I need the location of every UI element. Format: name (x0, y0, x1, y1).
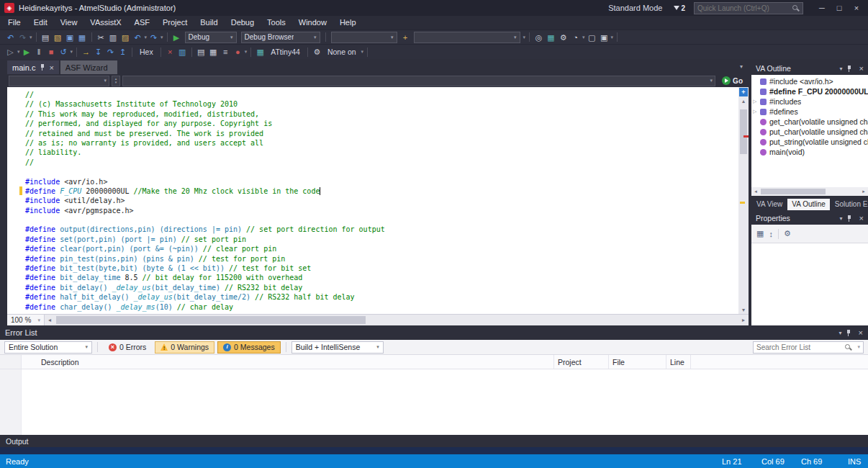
column-header-description[interactable]: Description (22, 355, 554, 369)
menu-debug[interactable]: Debug (225, 16, 261, 30)
code-line[interactable]: #include <avr/io.h> (7, 177, 738, 186)
device-settings-icon[interactable]: ⚙ (557, 31, 569, 44)
column-header-line[interactable]: Line (666, 355, 691, 369)
outline-item[interactable]: ▷#include <avr/io.h> (751, 76, 868, 86)
device-programming-icon[interactable]: ▦ (545, 31, 557, 44)
watch-window-icon[interactable]: ▤ (195, 45, 207, 58)
menu-view[interactable]: View (54, 16, 84, 30)
stopwatch-icon[interactable]: ◔ (569, 31, 582, 44)
code-line[interactable]: // performed, and displayed for any purp… (7, 119, 738, 128)
navigate-backward-icon[interactable]: ↶ (4, 31, 17, 44)
code-line[interactable]: #define output(directions,pin) (directio… (7, 225, 738, 234)
menu-project[interactable]: Project (156, 16, 194, 30)
maximize-button[interactable]: □ (831, 4, 848, 12)
window-position-icon[interactable]: ▾ (839, 330, 842, 336)
code-line[interactable]: #define bit_test(byte,bit) (byte & (1 <<… (7, 264, 738, 273)
chip-icon[interactable]: ▦ (254, 45, 266, 58)
zoom-dropdown[interactable]: 100 % ▾ (7, 315, 45, 325)
document-list-chevron-icon[interactable]: ▾ (734, 63, 749, 70)
scroll-down-icon[interactable]: ▾ (742, 306, 745, 314)
code-line[interactable] (7, 167, 738, 176)
dropdown-chevron-icon[interactable]: ▾ (361, 49, 364, 55)
hex-toggle-button[interactable]: Hex (135, 48, 158, 56)
reset-icon[interactable]: × (164, 45, 176, 58)
menu-help[interactable]: Help (333, 16, 363, 30)
menu-file[interactable]: File (1, 16, 27, 30)
selected-tool-button[interactable]: None on (323, 48, 361, 56)
scroll-left-icon[interactable]: ◂ (45, 315, 55, 325)
error-list-header[interactable]: Error List ▾ × (0, 325, 868, 340)
memory-window-icon[interactable]: ▦ (207, 45, 220, 58)
close-icon[interactable]: × (859, 328, 863, 337)
code-line[interactable]: // liability. (7, 148, 738, 157)
window-position-icon[interactable]: ▾ (840, 215, 843, 222)
va-outline-header[interactable]: VA Outline ▾ × (751, 62, 868, 75)
code-line[interactable]: // (7, 90, 738, 99)
outline-horizontal-scrollbar[interactable]: ◂ ▸ (751, 187, 868, 196)
code-line[interactable]: #define bit_delay() _delay_us(bit_delay_… (7, 283, 738, 292)
show-next-statement-icon[interactable]: → (80, 45, 92, 58)
pin-icon[interactable] (846, 65, 852, 73)
menu-edit[interactable]: Edit (27, 16, 54, 30)
panel-tab-va-outline[interactable]: VA Outline (787, 199, 830, 210)
debug-browser-combo[interactable]: Debug Browser▾ (241, 32, 320, 43)
scroll-up-icon[interactable]: ▴ (742, 97, 745, 105)
stop-debugging-icon[interactable]: ■ (45, 45, 58, 58)
dropdown-chevron-icon[interactable]: ▾ (161, 35, 163, 40)
properties-header[interactable]: Properties ▾ × (751, 212, 868, 225)
split-window-button[interactable]: + (739, 88, 748, 96)
attach-to-target-icon[interactable]: ▷ (4, 45, 17, 58)
scrollbar-thumb[interactable] (56, 316, 366, 324)
find-combo[interactable]: ▾ (414, 32, 520, 43)
scope-dropdown[interactable]: Entire Solution ▾ (4, 341, 92, 354)
wrench-icon[interactable]: ⚙ (784, 229, 791, 238)
go-button[interactable]: Go (718, 76, 747, 85)
navigate-forward-icon[interactable]: ↷ (17, 31, 29, 44)
code-line[interactable]: #define pin_test(pins,pin) (pins & pin) … (7, 254, 738, 264)
paste-icon[interactable]: ▨ (119, 31, 132, 44)
code-line[interactable]: #include <util/delay.h> (7, 196, 738, 205)
close-icon[interactable]: × (859, 64, 864, 73)
menu-window[interactable]: Window (292, 16, 333, 30)
code-line[interactable]: #define half_bit_delay() _delay_us(bit_d… (7, 292, 738, 302)
debug-tool-icon[interactable]: ⚙ (311, 45, 323, 58)
mode-label[interactable]: Standard Mode (608, 4, 662, 12)
expander-icon[interactable]: ▷ (753, 99, 759, 104)
break-all-icon[interactable]: ‖ (33, 45, 45, 58)
categorized-icon[interactable]: ▦ (756, 229, 764, 238)
code-line[interactable]: #define bit_delay_time 8.5 // bit delay … (7, 273, 738, 282)
call-stack-icon[interactable]: ≡ (220, 45, 232, 58)
solution-configurations-combo[interactable]: Debug▾ (185, 32, 237, 43)
outline-item[interactable]: ▷put_string(volatile unsigned ch (751, 137, 868, 147)
step-into-icon[interactable]: ↧ (92, 45, 104, 58)
close-icon[interactable]: × (49, 63, 53, 72)
open-file-icon[interactable]: ▧ (52, 31, 64, 44)
save-icon[interactable]: ▣ (64, 31, 76, 44)
outline-item[interactable]: ▷#defines (751, 107, 868, 117)
step-over-icon[interactable]: ↷ (104, 45, 117, 58)
error-list-search[interactable]: ▾ (753, 341, 864, 354)
pin-icon[interactable] (40, 63, 45, 71)
tab-main-c[interactable]: main.c× (7, 60, 59, 74)
window-position-icon[interactable]: ▾ (840, 66, 843, 72)
code-line[interactable]: // This work may be reproduced, modified… (7, 109, 738, 119)
dropdown-chevron-icon[interactable]: ▾ (523, 35, 526, 40)
scroll-left-icon[interactable]: ◂ (751, 187, 760, 196)
dropdown-chevron-icon[interactable]: ▾ (145, 35, 148, 40)
member-dropdown[interactable]: ▾ (122, 76, 715, 86)
scroll-right-icon[interactable]: ▸ (859, 187, 868, 196)
error-search-input[interactable] (756, 343, 842, 351)
code-editor[interactable]: //// (c) Massachusetts Institute of Tech… (7, 87, 749, 314)
dropdown-chevron-icon[interactable]: ▾ (30, 35, 32, 40)
outline-item[interactable]: ▷get_char(volatile unsigned char (751, 117, 868, 127)
selected-device-button[interactable]: ATtiny44 (266, 48, 304, 56)
panel-tab-va-view[interactable]: VA View (752, 199, 787, 210)
alphabetical-sort-icon[interactable]: ↕ (769, 230, 773, 238)
code-line[interactable]: #define F_CPU 20000000UL //Make the 20 M… (7, 186, 738, 196)
copy-icon[interactable]: ▥ (107, 31, 119, 44)
code-line[interactable]: // retained and must be preserved. The w… (7, 129, 738, 138)
notifications-icon[interactable]: 2 (674, 4, 685, 12)
horizontal-scrollbar[interactable]: ◂ ▸ (45, 315, 749, 325)
dropdown-chevron-icon[interactable]: ▾ (611, 35, 614, 40)
output-bar[interactable]: Output (0, 435, 868, 447)
